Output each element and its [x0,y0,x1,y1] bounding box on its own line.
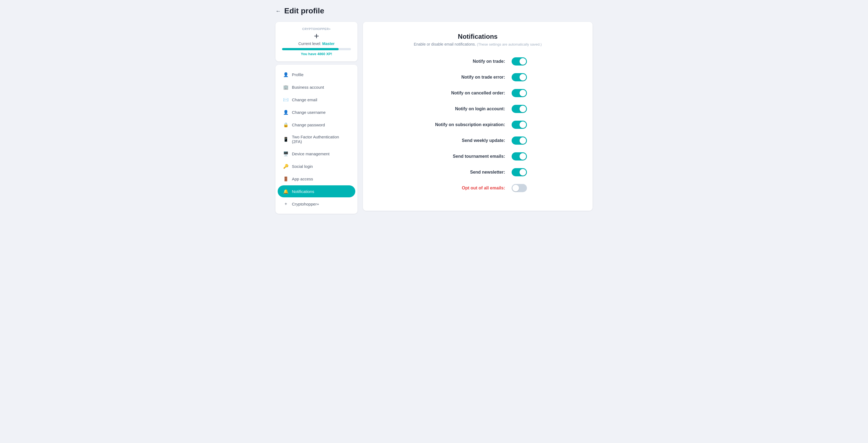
xp-level-value: Master [322,41,335,46]
sidebar-label-profile: Profile [292,72,304,77]
sidebar-item-two-factor[interactable]: 📱Two Factor Authentication (2FA) [278,131,355,147]
app-access-icon: 🚪 [283,176,289,181]
sidebar-label-two-factor: Two Factor Authentication (2FA) [292,135,350,144]
toggle-slider-send-newsletter [512,168,527,176]
xp-plus-icon: + [282,32,351,40]
main-layout: CRYPTOHOPPER+ + Current level: Master Yo… [276,22,592,214]
notification-row-notify-trade-error: Notify on trade error: [376,73,579,81]
notification-row-opt-out-all-emails: Opt out of all emails: [376,184,579,192]
toggle-slider-send-weekly-update [512,136,527,145]
toggle-wrapper-notify-cancelled-order[interactable] [512,89,527,97]
sidebar-label-business-account: Business account [292,85,324,90]
notification-label-send-newsletter: Send newsletter: [429,170,505,175]
toggle-wrapper-notify-subscription-expiration[interactable] [512,121,527,129]
sidebar-item-notifications[interactable]: 🔔Notifications [278,185,355,197]
change-password-icon: 🔒 [283,122,289,128]
notification-label-notify-login-account: Notify on login account: [429,106,505,111]
xp-bar-track [282,48,351,50]
sidebar-item-app-access[interactable]: 🚪App access [278,173,355,185]
sidebar-item-cryptohopper-plus[interactable]: +Cryptohopper+ [278,198,355,210]
xp-level-row: Current level: Master [282,41,351,46]
toggle-slider-notify-trade [512,57,527,66]
business-account-icon: 🏢 [283,84,289,90]
toggle-wrapper-send-newsletter[interactable] [512,168,527,176]
sidebar-item-change-username[interactable]: 👤Change username [278,106,355,118]
notification-row-send-tournament-emails: Send tournament emails: [376,152,579,161]
sidebar-item-change-email[interactable]: ✉️Change email [278,94,355,106]
sidebar-label-device-management: Device management [292,151,330,156]
notification-label-notify-trade-error: Notify on trade error: [429,75,505,80]
xp-bar-fill [282,48,339,50]
sidebar-item-device-management[interactable]: 🖥️Device management [278,148,355,160]
sidebar-label-change-password: Change password [292,123,325,127]
change-username-icon: 👤 [283,109,289,115]
sidebar: CRYPTOHOPPER+ + Current level: Master Yo… [276,22,358,214]
notification-label-notify-cancelled-order: Notify on cancelled order: [429,91,505,96]
sidebar-label-notifications: Notifications [292,189,314,194]
toggle-wrapper-send-weekly-update[interactable] [512,136,527,145]
xp-card: CRYPTOHOPPER+ + Current level: Master Yo… [276,22,358,61]
notification-row-notify-trade: Notify on trade: [376,57,579,66]
page-header: ← Edit profile [276,6,592,15]
toggle-slider-send-tournament-emails [512,152,527,161]
notifications-icon: 🔔 [283,189,289,194]
xp-badge-label: CRYPTOHOPPER+ [282,27,351,31]
sidebar-item-business-account[interactable]: 🏢Business account [278,81,355,93]
notification-label-notify-trade: Notify on trade: [429,59,505,64]
notification-row-notify-login-account: Notify on login account: [376,105,579,113]
profile-icon: 👤 [283,72,289,77]
toggle-wrapper-notify-trade[interactable] [512,57,527,66]
toggle-wrapper-opt-out-all-emails[interactable] [512,184,527,192]
notification-row-send-weekly-update: Send weekly update: [376,136,579,145]
two-factor-icon: 📱 [283,136,289,142]
cryptohopper-plus-icon: + [283,201,289,207]
content-title: Notifications [376,33,579,40]
notification-label-opt-out-all-emails: Opt out of all emails: [429,185,505,191]
sidebar-label-app-access: App access [292,177,313,181]
notification-row-notify-cancelled-order: Notify on cancelled order: [376,89,579,97]
notification-label-notify-subscription-expiration: Notify on subscription expiration: [429,122,505,127]
toggle-slider-notify-subscription-expiration [512,121,527,129]
sidebar-label-cryptohopper-plus: Cryptohopper+ [292,202,319,206]
toggle-slider-opt-out-all-emails [512,184,527,192]
back-button[interactable]: ← [276,8,281,14]
notification-label-send-weekly-update: Send weekly update: [429,138,505,143]
page-title: Edit profile [284,6,324,15]
sidebar-label-change-email: Change email [292,97,317,102]
notification-label-send-tournament-emails: Send tournament emails: [429,154,505,159]
toggle-wrapper-notify-trade-error[interactable] [512,73,527,81]
notification-row-send-newsletter: Send newsletter: [376,168,579,176]
toggle-slider-notify-login-account [512,105,527,113]
notification-row-notify-subscription-expiration: Notify on subscription expiration: [376,121,579,129]
xp-amount: You have 4860 XP! [282,52,351,56]
social-login-icon: 🔑 [283,164,289,169]
xp-level-prefix: Current level: [299,41,321,46]
content-subtitle: Enable or disable email notifications. (… [376,42,579,46]
sidebar-label-social-login: Social login [292,164,313,169]
toggle-wrapper-send-tournament-emails[interactable] [512,152,527,161]
toggle-wrapper-notify-login-account[interactable] [512,105,527,113]
sidebar-item-social-login[interactable]: 🔑Social login [278,160,355,172]
content-card: Notifications Enable or disable email no… [363,22,592,211]
toggle-slider-notify-cancelled-order [512,89,527,97]
device-management-icon: 🖥️ [283,151,289,157]
toggles-container: Notify on trade:Notify on trade error:No… [376,57,579,192]
change-email-icon: ✉️ [283,97,289,102]
sidebar-item-profile[interactable]: 👤Profile [278,69,355,80]
sidebar-label-change-username: Change username [292,110,326,115]
sidebar-item-change-password[interactable]: 🔒Change password [278,119,355,131]
nav-card: 👤Profile🏢Business account✉️Change email👤… [276,65,358,214]
toggle-slider-notify-trade-error [512,73,527,81]
